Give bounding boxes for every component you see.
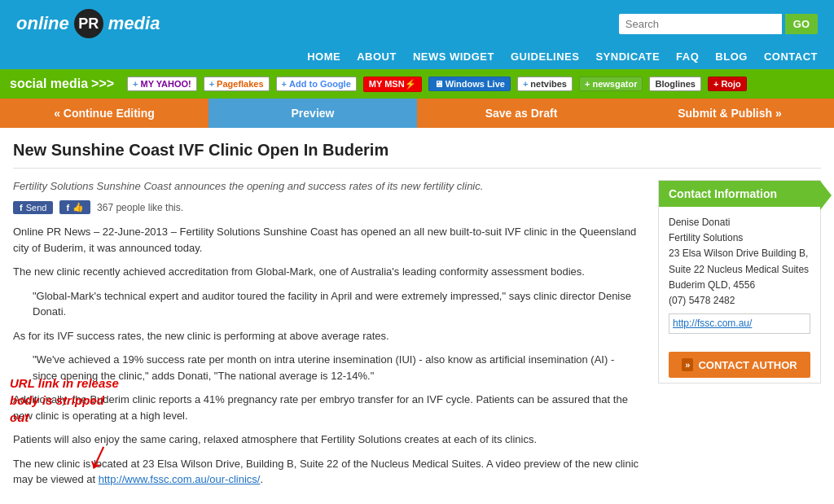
article-title: New Sunshine Coast IVF Clinic Open In Bu… xyxy=(13,141,821,169)
contact-city: Buderim QLD, 4556 xyxy=(669,278,810,293)
nav-news-widget[interactable]: NEWS WIDGET xyxy=(413,50,494,63)
search-bar: GO xyxy=(619,14,818,34)
fb-like-count: 367 people like this. xyxy=(97,202,183,213)
logo-pr: PR xyxy=(74,9,103,38)
windows-live-button[interactable]: 🖥 Windows Live xyxy=(428,77,511,91)
logo-media: media xyxy=(108,13,160,34)
contact-author-button[interactable]: » CONTACT AUTHOR xyxy=(669,352,810,378)
contact-company: Fertility Solutions xyxy=(669,230,810,246)
contact-url[interactable]: http://fssc.com.au/ xyxy=(669,313,810,334)
contact-info: Denise Donati Fertility Solutions 23 Els… xyxy=(659,207,820,347)
main-content: New Sunshine Coast IVF Clinic Open In Bu… xyxy=(0,128,834,504)
social-bar: social media >>> + MY YAHOO! + Pageflake… xyxy=(0,69,834,99)
facebook-bar: f Send f 👍 367 people like this. xyxy=(13,200,642,214)
nav-syndicate[interactable]: SYNDICATE xyxy=(595,50,660,63)
bloglines-button[interactable]: Bloglines xyxy=(649,77,701,91)
article-para-4: As for its IVF success rates, the new cl… xyxy=(13,328,642,344)
preview-button[interactable]: Preview xyxy=(208,99,417,128)
contact-sidebar: Contact Information Denise Donati Fertil… xyxy=(658,180,821,496)
url-strip-annotation: URL link in release body is stripped out xyxy=(10,375,124,426)
fb-like-label: 👍 xyxy=(72,202,84,213)
continue-editing-button[interactable]: « Continue Editing xyxy=(0,99,208,128)
article-para-3: "Global-Mark's technical expert and audi… xyxy=(33,288,642,320)
contact-author-chevron: » xyxy=(682,358,693,371)
fb-send-button[interactable]: f Send xyxy=(13,201,53,214)
main-nav: HOME ABOUT NEWS WIDGET GUIDELINES SYNDIC… xyxy=(0,47,834,69)
action-bar: « Continue Editing Preview Save as Draft… xyxy=(0,99,834,128)
fb-like-icon: f xyxy=(66,203,69,213)
article-para-2: The new clinic recently achieved accredi… xyxy=(13,264,642,280)
msn-button[interactable]: MY MSN⚡ xyxy=(363,77,422,92)
contact-phone: (07) 5478 2482 xyxy=(669,293,810,309)
search-input[interactable] xyxy=(619,14,782,34)
pageflakes-button[interactable]: + Pageflakes xyxy=(204,77,270,91)
search-button[interactable]: GO xyxy=(785,14,818,34)
header: online PR media GO xyxy=(0,0,834,47)
contact-box: Contact Information Denise Donati Fertil… xyxy=(658,180,821,383)
logo: online PR media xyxy=(16,9,160,38)
contact-address1: 23 Elsa Wilson Drive Building B, xyxy=(669,246,810,261)
newsgator-button[interactable]: + newsgator xyxy=(579,77,643,91)
google-button[interactable]: + Add to Google xyxy=(276,77,357,91)
contact-header: Contact Information xyxy=(659,181,820,207)
nav-faq[interactable]: FAQ xyxy=(676,50,699,63)
rojo-button[interactable]: + Rojo xyxy=(708,77,747,91)
netvibes-button[interactable]: + netvibes xyxy=(517,77,573,91)
fb-icon: f xyxy=(20,203,23,213)
social-label: social media >>> xyxy=(10,77,114,91)
nav-blog[interactable]: BLOG xyxy=(715,50,748,63)
nav-home[interactable]: HOME xyxy=(307,50,340,63)
contact-author-label: CONTACT AUTHOR xyxy=(698,359,797,371)
article-para-1: Online PR News – 22-June-2013 – Fertilit… xyxy=(13,224,642,256)
save-as-draft-button[interactable]: Save as Draft xyxy=(417,99,626,128)
fb-like-button[interactable]: f 👍 xyxy=(59,200,90,214)
article-para-5: "We've achieved a 19% success rate per m… xyxy=(33,352,642,383)
fb-send-label: Send xyxy=(26,203,47,213)
logo-online: online xyxy=(16,13,69,34)
nav-guidelines[interactable]: GUIDELINES xyxy=(511,50,579,63)
yahoo-button[interactable]: + MY YAHOO! xyxy=(127,77,197,91)
article-bottom-url[interactable]: http://www.fssc.com.au/our-clinics/ xyxy=(99,473,261,485)
nav-about[interactable]: ABOUT xyxy=(357,50,397,63)
contact-address2: Suite 22 Nucleus Medical Suites xyxy=(669,262,810,278)
article-tagline: Fertility Solutions Sunshine Coast annou… xyxy=(13,180,642,192)
submit-publish-button[interactable]: Submit & Publish » xyxy=(626,99,834,128)
contact-name: Denise Donati xyxy=(669,215,810,230)
nav-contact[interactable]: CONTACT xyxy=(764,50,818,63)
